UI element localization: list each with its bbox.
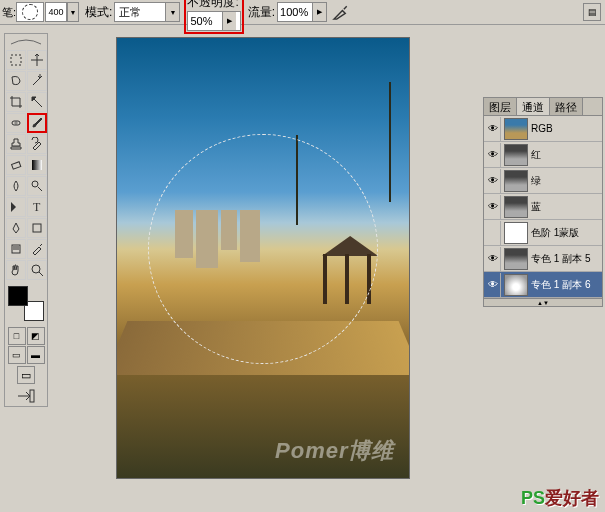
channel-row[interactable]: 👁 专色 1 副本 6 [484,272,602,298]
watermark-rest: 爱好者 [545,488,599,508]
opacity-label: 不透明度: [187,0,238,9]
tool-move[interactable] [27,50,47,70]
screen-full-icon[interactable]: ▭ [17,366,35,384]
toolbox: T □ ◩ ▭ ▬ ▭ [4,33,48,407]
watermark-ps: PS [521,488,545,508]
foreground-color[interactable] [8,286,28,306]
feather-icon [11,38,41,46]
svg-rect-6 [33,224,41,232]
channel-name: 专色 1 副本 5 [531,252,601,266]
channel-name: 专色 1 副本 6 [531,278,601,292]
tool-grid: T [6,50,47,280]
eye-icon[interactable]: 👁 [485,247,501,271]
svg-rect-2 [11,162,20,169]
channel-thumb [504,274,528,296]
svg-rect-0 [11,55,21,65]
svg-rect-3 [32,160,42,170]
tab-layers[interactable]: 图层 [484,98,517,115]
tab-channels[interactable]: 通道 [517,98,550,115]
canvas-area: Pomer博维 [48,25,477,512]
channel-row[interactable]: 👁 绿 [484,168,602,194]
brush-preview[interactable] [16,2,44,22]
channel-thumb [504,248,528,270]
eye-icon[interactable] [485,221,501,245]
chevron-down-icon: ▼ [165,3,179,21]
svg-point-4 [32,181,38,187]
tool-zoom[interactable] [27,260,47,280]
quickmask-grid: □ ◩ ▭ ▬ [8,327,45,364]
document-canvas[interactable]: Pomer博维 [116,37,410,479]
tool-eyedropper[interactable] [27,239,47,259]
eye-icon[interactable]: 👁 [485,117,501,141]
tool-eraser[interactable] [6,155,26,175]
screen-standard-icon[interactable]: ▭ [8,346,26,364]
channel-thumb [504,196,528,218]
brush-label: 笔: [2,5,16,20]
toolbox-grip[interactable] [6,36,46,48]
tool-lasso[interactable] [6,71,26,91]
channel-row[interactable]: 👁 专色 1 副本 5 [484,246,602,272]
eye-icon[interactable]: 👁 [485,195,501,219]
eye-icon[interactable]: 👁 [485,143,501,167]
channel-name: 红 [531,148,601,162]
channel-name: 绿 [531,174,601,188]
tool-healing[interactable] [6,113,26,133]
channel-name: 色阶 1蒙版 [531,226,601,240]
eye-icon[interactable]: 👁 [485,169,501,193]
tool-blur[interactable] [6,176,26,196]
site-watermark: PS爱好者 [521,486,599,510]
panels-dock: 图层 通道 路径 👁 RGB 👁 红 👁 绿 [483,97,603,512]
channel-name: RGB [531,123,601,134]
tool-gradient[interactable] [27,155,47,175]
watermark-text: Pomer博维 [275,436,394,466]
svg-point-8 [32,265,40,273]
flow-arrow-icon: ▶ [312,3,326,21]
tool-history-brush[interactable] [27,134,47,154]
tool-wand[interactable] [27,71,47,91]
tab-paths[interactable]: 路径 [550,98,583,115]
channel-name: 蓝 [531,200,601,214]
channels-list: 👁 RGB 👁 红 👁 绿 👁 蓝 [484,116,602,298]
svg-text:T: T [33,200,41,214]
airbrush-icon[interactable] [331,2,351,22]
tool-pen[interactable] [6,218,26,238]
tool-path[interactable] [6,197,26,217]
channels-panel: 图层 通道 路径 👁 RGB 👁 红 👁 绿 [483,97,603,307]
tool-marquee[interactable] [6,50,26,70]
eye-icon[interactable]: 👁 [485,273,501,297]
workspace: T □ ◩ ▭ ▬ ▭ [0,25,605,512]
mode-value: 正常 [115,5,165,20]
tool-shape[interactable] [27,218,47,238]
options-bar: 笔: ▼ 模式: 正常 ▼ 不透明度: ▶ 流量: ▶ ▤ [0,0,605,25]
tool-notes[interactable] [6,239,26,259]
panel-tabs: 图层 通道 路径 [484,98,602,116]
brush-dropdown-arrow[interactable]: ▼ [67,2,79,22]
standard-mode-icon[interactable]: □ [8,327,26,345]
channel-row[interactable]: 👁 蓝 [484,194,602,220]
channel-row[interactable]: 色阶 1蒙版 [484,220,602,246]
tool-brush[interactable] [27,113,47,133]
jump-to-icon[interactable] [16,388,36,406]
tool-crop[interactable] [6,92,26,112]
flow-input[interactable] [278,3,312,21]
quickmask-mode-icon[interactable]: ◩ [27,327,45,345]
mode-label: 模式: [85,4,112,21]
panel-resize-grip[interactable]: ▲▼ [484,298,602,306]
tool-slice[interactable] [27,92,47,112]
tool-stamp[interactable] [6,134,26,154]
channel-thumb [504,170,528,192]
tool-type[interactable]: T [27,197,47,217]
flow-field[interactable]: ▶ [277,2,327,22]
flow-label: 流量: [248,4,275,21]
mode-dropdown[interactable]: 正常 ▼ [114,2,180,22]
tool-hand[interactable] [6,260,26,280]
channel-thumb [504,118,528,140]
channel-row[interactable]: 👁 红 [484,142,602,168]
brush-size-input[interactable] [45,2,67,22]
screen-full-menu-icon[interactable]: ▬ [27,346,45,364]
palette-well-icon[interactable]: ▤ [583,3,601,21]
brush-cursor-outline [148,134,378,364]
color-swatches[interactable] [8,286,44,321]
channel-row[interactable]: 👁 RGB [484,116,602,142]
tool-dodge[interactable] [27,176,47,196]
